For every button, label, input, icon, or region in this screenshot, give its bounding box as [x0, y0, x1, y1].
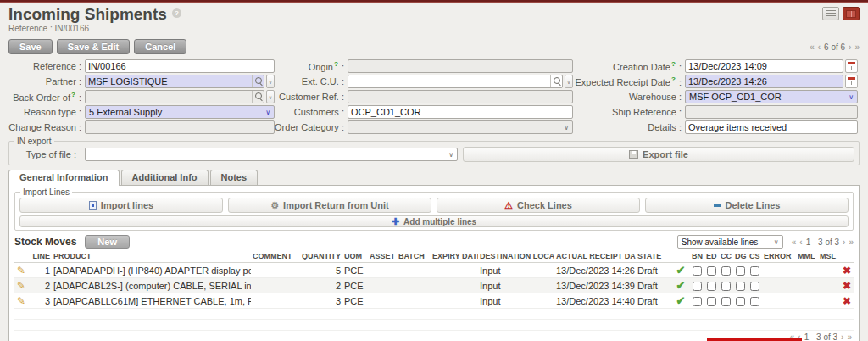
dg-checkbox[interactable] — [736, 266, 745, 276]
cs-checkbox[interactable] — [750, 282, 760, 291]
ship-reference-input[interactable] — [686, 107, 857, 118]
tab-additional-info[interactable]: Additional Info — [121, 170, 209, 185]
batch-cell — [397, 263, 431, 278]
state-cell: Draft — [636, 293, 671, 309]
col-msl: MSL — [818, 250, 840, 263]
expected-receipt-date-input[interactable] — [686, 76, 843, 87]
creation-date-label: Creation Date? : — [573, 60, 685, 72]
ok-check-icon: ✔ — [676, 279, 686, 292]
ext-cu-input[interactable] — [348, 76, 550, 87]
last-page-icon[interactable]: » — [847, 333, 852, 341]
ed-checkbox[interactable] — [707, 282, 716, 291]
delete-lines-button[interactable]: Delete Lines — [645, 198, 849, 213]
chevron-down-icon: ∨ — [849, 93, 854, 101]
import-return-from-unit-button[interactable]: ⚙ Import Return from Unit — [228, 198, 431, 213]
export-file-button[interactable]: Export file — [463, 147, 854, 162]
show-available-lines-select[interactable]: Show available lines∨ — [677, 235, 783, 249]
list-view-button[interactable] — [822, 7, 839, 20]
partner-dropdown-icon[interactable]: ∨ — [266, 75, 275, 88]
edit-pencil-icon[interactable]: ✎ — [17, 295, 25, 307]
help-icon: ? — [671, 75, 676, 83]
last-record-icon[interactable]: » — [854, 42, 860, 52]
general-information-panel: Import Lines Import lines ⚙ Import Retur… — [8, 185, 860, 341]
next-page-icon[interactable]: › — [841, 333, 843, 341]
error-cell — [762, 293, 796, 309]
next-page-icon[interactable]: › — [843, 238, 845, 247]
reference-input[interactable] — [86, 61, 274, 72]
cc-checkbox[interactable] — [721, 282, 731, 291]
save-button[interactable]: Save — [8, 39, 53, 54]
partner-label: Partner : — [3, 76, 85, 87]
origin-input[interactable] — [348, 61, 572, 72]
import-lines-button[interactable]: Import lines — [19, 198, 223, 213]
type-of-file-select[interactable]: ∨ — [85, 148, 458, 161]
tab-general-information[interactable]: General Information — [8, 170, 120, 186]
cc-checkbox[interactable] — [721, 297, 731, 306]
first-record-icon[interactable]: « — [810, 42, 815, 52]
expiry-date-cell — [431, 278, 478, 293]
delete-row-icon[interactable]: ✖ — [843, 265, 851, 277]
new-line-button[interactable]: New — [85, 235, 130, 249]
col-comment: COMMENT — [251, 250, 300, 263]
cs-checkbox[interactable] — [750, 266, 760, 276]
search-icon[interactable] — [252, 91, 264, 103]
ed-checkbox[interactable] — [707, 297, 716, 306]
col-asset: ASSET — [368, 250, 397, 263]
delete-row-icon[interactable]: ✖ — [843, 280, 851, 292]
prev-record-icon[interactable]: ‹ — [818, 42, 821, 52]
change-reason-input[interactable] — [86, 122, 274, 133]
ed-checkbox[interactable] — [707, 266, 716, 276]
cs-checkbox[interactable] — [750, 297, 760, 306]
details-label: Details : — [573, 122, 685, 132]
order-category-select[interactable]: ∨ — [348, 120, 573, 134]
tab-notes[interactable]: Notes — [210, 170, 259, 185]
form-view-button[interactable] — [843, 7, 860, 20]
edit-pencil-icon[interactable]: ✎ — [17, 265, 25, 277]
save-edit-button[interactable]: Save & Edit — [57, 39, 131, 54]
back-order-dropdown-icon[interactable]: ∨ — [266, 90, 275, 103]
next-record-icon[interactable]: › — [849, 42, 851, 52]
ship-reference-label: Ship Reference : — [573, 107, 685, 117]
bn-checkbox[interactable] — [693, 282, 702, 291]
quantity-cell: 3 — [300, 293, 342, 309]
search-icon[interactable] — [550, 75, 562, 87]
lines-count: 1 - 3 of 3 — [804, 333, 837, 341]
check-lines-button[interactable]: ⚠ Check Lines — [437, 198, 640, 213]
first-page-icon[interactable]: « — [790, 333, 795, 341]
table-header-row: LINE PRODUCT COMMENT QUANTITY UOM ASSET … — [14, 250, 854, 263]
customers-input[interactable] — [348, 107, 572, 118]
lines-count: 1 - 3 of 3 — [806, 238, 839, 247]
customer-ref-input[interactable] — [348, 92, 572, 103]
line-number: 1 — [28, 263, 52, 278]
first-page-icon[interactable]: « — [792, 238, 797, 247]
prev-page-icon[interactable]: ‹ — [798, 333, 800, 341]
bn-checkbox[interactable] — [693, 297, 702, 306]
gear-icon: ⚙ — [270, 200, 279, 211]
add-multiple-lines-button[interactable]: ✚ Add multiple lines — [19, 215, 849, 227]
creation-date-input[interactable] — [686, 61, 843, 72]
search-icon[interactable] — [252, 75, 264, 87]
bn-checkbox[interactable] — [693, 266, 702, 276]
edit-pencil-icon[interactable]: ✎ — [17, 280, 25, 292]
title-help-icon[interactable]: ? — [172, 8, 181, 18]
plus-icon: ✚ — [392, 216, 399, 227]
help-icon: ? — [334, 60, 338, 68]
ext-cu-dropdown-icon[interactable]: ∨ — [565, 75, 573, 88]
calendar-icon[interactable] — [845, 75, 858, 88]
state-cell: Draft — [636, 263, 671, 278]
partner-input[interactable] — [86, 76, 252, 87]
prev-page-icon[interactable]: ‹ — [799, 238, 802, 247]
cc-checkbox[interactable] — [721, 266, 731, 276]
back-order-input[interactable] — [86, 92, 252, 103]
reason-type-select[interactable]: 5 External Supply∨ — [85, 105, 275, 119]
last-page-icon[interactable]: » — [849, 238, 854, 247]
dg-checkbox[interactable] — [736, 282, 745, 291]
cancel-button[interactable]: Cancel — [134, 39, 186, 54]
warehouse-select[interactable]: MSF OCP_CD1_COR∨ — [685, 90, 858, 103]
details-input[interactable] — [686, 122, 857, 133]
dg-checkbox[interactable] — [736, 297, 745, 306]
form-view-icon — [846, 10, 856, 18]
delete-row-icon[interactable]: ✖ — [843, 295, 851, 307]
actual-receipt-date-cell: 13/Dec/2023 14:26 — [554, 263, 636, 278]
calendar-icon[interactable] — [845, 59, 858, 73]
